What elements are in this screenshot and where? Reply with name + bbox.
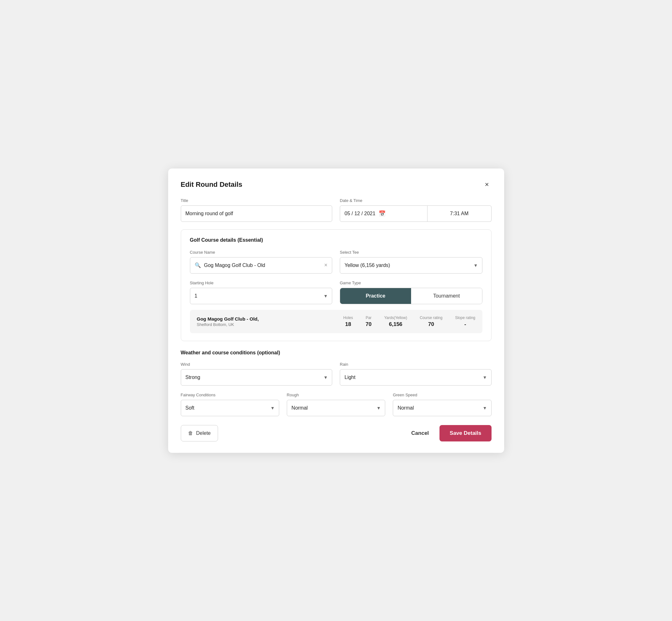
course-fields-row1: Course Name 🔍 × Select Tee Yellow (6,156… [190,250,482,274]
holes-label: Holes [343,316,353,320]
course-name-input[interactable] [204,262,321,268]
date-input-wrap[interactable]: 05 / 12 / 2021 📅 [340,205,427,222]
course-rating-label: Course rating [420,316,442,320]
save-button[interactable]: Save Details [439,425,491,442]
game-type-field-group: Game Type Practice Tournament [340,281,482,304]
game-type-toggle: Practice Tournament [340,288,482,304]
course-name-search-wrap: 🔍 × [190,257,333,274]
green-speed-field-group: Green Speed Slow Normal Fast ▼ [393,392,491,416]
starting-hole-label: Starting Hole [190,281,333,285]
yards-stat: Yards(Yellow) 6,156 [384,316,407,328]
course-rating-stat: Course rating 70 [420,316,442,328]
course-info-name-text: Gog Magog Golf Club - Old, [197,316,344,322]
slope-rating-value: - [464,321,466,328]
rain-field-group: Rain None Light Moderate Heavy ▼ [340,362,492,385]
course-rating-value: 70 [428,321,434,328]
course-name-field-group: Course Name 🔍 × [190,250,333,274]
slope-rating-label: Slope rating [455,316,475,320]
select-tee-dropdown[interactable]: Yellow (6,156 yards) White Red Blue [340,257,482,274]
modal-title: Edit Round Details [181,180,243,189]
course-info-row: Gog Magog Golf Club - Old, Shelford Bott… [190,310,482,333]
yards-value: 6,156 [389,321,403,328]
holes-value: 18 [345,321,351,328]
footer-right: Cancel Save Details [408,425,492,442]
yards-label: Yards(Yellow) [384,316,407,320]
select-tee-wrap: Yellow (6,156 yards) White Red Blue ▼ [340,257,482,274]
edit-round-modal: Edit Round Details × Title Date & Time 0… [168,168,504,453]
fairway-select-wrap: Soft Normal Hard ▼ [181,400,279,416]
search-icon: 🔍 [195,262,201,268]
weather-section-title: Weather and course conditions (optional) [181,350,492,356]
calendar-icon: 📅 [379,210,385,217]
green-speed-select-wrap: Slow Normal Fast ▼ [393,400,491,416]
tournament-button[interactable]: Tournament [411,288,482,304]
starting-hole-dropdown[interactable]: 1 10 [190,288,333,304]
rough-select-wrap: Soft Normal Hard ▼ [287,400,385,416]
weather-row1: Wind None Light Moderate Strong ▼ Rain N… [181,362,492,385]
trash-icon: 🗑 [188,430,193,436]
wind-select-wrap: None Light Moderate Strong ▼ [181,369,333,385]
course-info-name: Gog Magog Golf Club - Old, Shelford Bott… [197,316,344,327]
golf-section-title: Golf Course details (Essential) [190,237,482,243]
rough-field-group: Rough Soft Normal Hard ▼ [287,392,385,416]
cancel-button[interactable]: Cancel [408,430,432,437]
title-input[interactable] [181,205,333,222]
course-stats: Holes 18 Par 70 Yards(Yellow) 6,156 Cour… [343,316,475,328]
practice-button[interactable]: Practice [340,288,411,304]
time-input-wrap[interactable]: 7:31 AM [427,205,492,222]
starting-hole-wrap: 1 10 ▼ [190,288,333,304]
rough-label: Rough [287,392,385,397]
fairway-label: Fairway Conditions [181,392,279,397]
rain-dropdown[interactable]: None Light Moderate Heavy [340,369,492,385]
par-stat: Par 70 [366,316,372,328]
course-fields-row2: Starting Hole 1 10 ▼ Game Type Practice … [190,281,482,304]
date-time-label: Date & Time [340,198,492,203]
wind-field-group: Wind None Light Moderate Strong ▼ [181,362,333,385]
clear-course-icon[interactable]: × [324,262,328,268]
delete-label: Delete [196,430,211,436]
holes-stat: Holes 18 [343,316,353,328]
top-fields: Title Date & Time 05 / 12 / 2021 📅 7:31 … [181,198,492,222]
fairway-dropdown[interactable]: Soft Normal Hard [181,400,279,416]
fairway-field-group: Fairway Conditions Soft Normal Hard ▼ [181,392,279,416]
course-info-location: Shelford Bottom, UK [197,322,344,327]
date-time-field-group: Date & Time 05 / 12 / 2021 📅 7:31 AM [340,198,492,222]
delete-button[interactable]: 🗑 Delete [181,425,218,442]
rain-label: Rain [340,362,492,367]
par-value: 70 [366,321,372,328]
time-value: 7:31 AM [450,211,468,216]
rough-dropdown[interactable]: Soft Normal Hard [287,400,385,416]
game-type-label: Game Type [340,281,482,285]
rain-select-wrap: None Light Moderate Heavy ▼ [340,369,492,385]
starting-hole-field-group: Starting Hole 1 10 ▼ [190,281,333,304]
select-tee-field-group: Select Tee Yellow (6,156 yards) White Re… [340,250,482,274]
par-label: Par [366,316,372,320]
green-speed-dropdown[interactable]: Slow Normal Fast [393,400,491,416]
modal-header: Edit Round Details × [181,180,492,189]
weather-section: Weather and course conditions (optional)… [181,350,492,416]
weather-row2: Fairway Conditions Soft Normal Hard ▼ Ro… [181,392,492,416]
modal-footer: 🗑 Delete Cancel Save Details [181,425,492,442]
title-field-group: Title [181,198,333,222]
title-label: Title [181,198,333,203]
course-name-label: Course Name [190,250,333,255]
slope-rating-stat: Slope rating - [455,316,475,328]
wind-dropdown[interactable]: None Light Moderate Strong [181,369,333,385]
green-speed-label: Green Speed [393,392,491,397]
wind-label: Wind [181,362,333,367]
date-time-inner: 05 / 12 / 2021 📅 7:31 AM [340,205,492,222]
date-value: 05 / 12 / 2021 [344,211,375,216]
select-tee-label: Select Tee [340,250,482,255]
golf-course-section: Golf Course details (Essential) Course N… [181,230,492,341]
close-button[interactable]: × [482,180,492,189]
